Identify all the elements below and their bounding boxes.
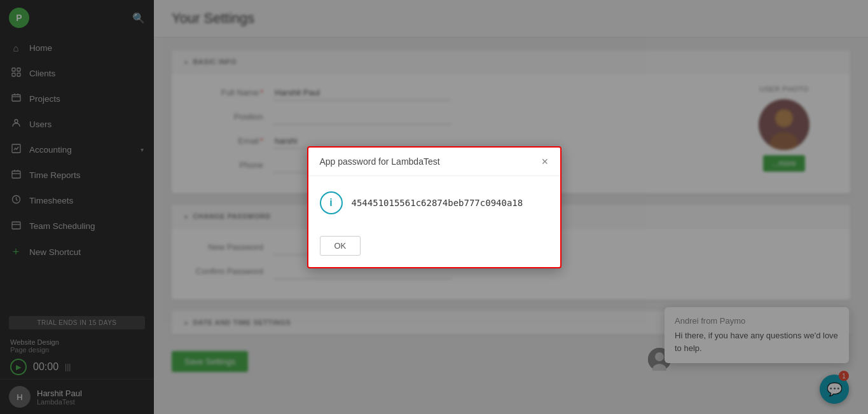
close-icon[interactable]: ✕ <box>541 156 549 167</box>
main-content: Your Settings ▲ BASIC INFO Full Name Pos… <box>154 0 868 414</box>
password-value: 454451015561c62874beb777c0940a18 <box>352 198 523 208</box>
dialog-footer: OK <box>308 230 560 267</box>
ok-button[interactable]: OK <box>320 236 361 256</box>
dialog-header: App password for LambdaTest ✕ <box>308 148 560 176</box>
app-password-dialog: App password for LambdaTest ✕ i 45445101… <box>307 146 561 268</box>
info-icon: i <box>320 191 343 214</box>
dialog-title: App password for LambdaTest <box>320 156 440 167</box>
dialog-body: i 454451015561c62874beb777c0940a18 <box>308 176 560 230</box>
dialog-overlay: App password for LambdaTest ✕ i 45445101… <box>154 0 868 414</box>
